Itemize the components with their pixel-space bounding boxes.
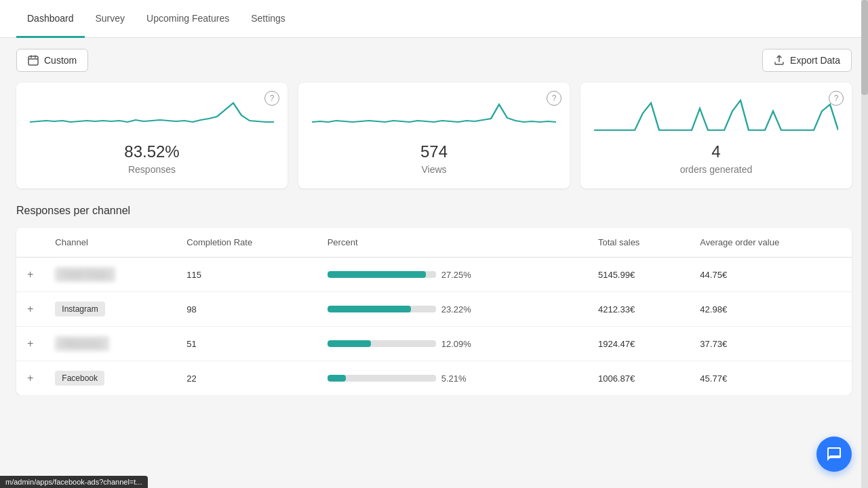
progress-bar-bg-3 <box>328 375 436 382</box>
table-header: Channel Completion Rate Percent Total sa… <box>16 228 852 258</box>
card-views-value: 574 <box>312 142 556 161</box>
cell-channel-2: Influenceur <box>44 327 176 361</box>
sparkline-views <box>312 96 556 137</box>
card-orders-label: orders generated <box>594 164 838 175</box>
col-avg-order: Average order value <box>689 228 852 258</box>
table-body: + Facile Tortue 115 27.25% 5145.99€ 44.7… <box>16 258 852 396</box>
channel-table: Channel Completion Rate Percent Total sa… <box>16 228 852 395</box>
table-row: + Instagram 98 23.22% 4212.33€ 42.98€ <box>16 292 852 327</box>
card-responses-value: 83.52% <box>30 142 274 161</box>
main-nav: Dashboard Survey Upcoming Features Setti… <box>0 0 868 38</box>
expand-button-0[interactable]: + <box>27 268 33 280</box>
channel-badge-2: Influenceur <box>55 336 108 351</box>
progress-bar-fill-1 <box>328 306 411 312</box>
progress-bar-bg-2 <box>328 340 436 347</box>
metric-cards: ? 83.52% Responses ? 574 Views ? 4 order <box>0 83 868 205</box>
cell-percent-1: 23.22% <box>317 292 587 327</box>
channel-badge-1: Instagram <box>55 302 104 317</box>
help-icon-orders[interactable]: ? <box>829 91 844 106</box>
help-icon-views[interactable]: ? <box>547 91 561 106</box>
percent-text-2: 12.09% <box>441 339 474 349</box>
col-channel: Channel <box>44 228 176 258</box>
section-title: Responses per channel <box>16 205 852 217</box>
card-orders-value: 4 <box>594 142 838 161</box>
responses-per-channel-section: Responses per channel Channel Completion… <box>0 205 868 395</box>
scrollbar-thumb[interactable] <box>861 0 868 95</box>
progress-bar-bg-1 <box>328 306 436 312</box>
calendar-icon <box>28 55 39 66</box>
progress-bar-fill-0 <box>328 271 427 278</box>
upload-icon <box>774 55 785 66</box>
percent-text-1: 23.22% <box>441 304 474 314</box>
channel-badge-3: Facebook <box>55 371 104 386</box>
col-completion-rate: Completion Rate <box>176 228 316 258</box>
percent-text-0: 27.25% <box>441 270 474 280</box>
sparkline-orders <box>594 96 838 137</box>
card-views: ? 574 Views <box>298 83 570 188</box>
cell-avg-order-2: 37.73€ <box>689 327 852 361</box>
percent-text-3: 5.21% <box>441 373 474 384</box>
progress-bar-fill-3 <box>328 375 346 382</box>
card-orders: ? 4 orders generated <box>580 83 852 188</box>
expand-button-1[interactable]: + <box>27 303 33 314</box>
col-expand <box>16 228 44 258</box>
toolbar: Custom Export Data <box>0 38 868 83</box>
cell-avg-order-3: 45.77€ <box>689 361 852 396</box>
cell-avg-order-0: 44.75€ <box>689 258 852 292</box>
expand-button-3[interactable]: + <box>27 372 33 384</box>
tab-dashboard[interactable]: Dashboard <box>16 0 85 38</box>
table-row: + Facile Tortue 115 27.25% 5145.99€ 44.7… <box>16 258 852 292</box>
col-total-sales: Total sales <box>587 228 689 258</box>
col-percent: Percent <box>317 228 587 258</box>
table-row: + Influenceur 51 12.09% 1924.47€ 37.73€ <box>16 327 852 361</box>
tab-settings[interactable]: Settings <box>240 0 296 38</box>
table-row: + Facebook 22 5.21% 1006.87€ 45.77€ <box>16 361 852 396</box>
scrollbar[interactable] <box>861 0 868 395</box>
cell-total-sales-1: 4212.33€ <box>587 292 689 327</box>
cell-completion-3: 22 <box>176 361 316 396</box>
help-icon-responses[interactable]: ? <box>264 91 279 106</box>
export-label: Export Data <box>790 55 840 66</box>
svg-rect-0 <box>28 56 38 65</box>
cell-channel-0: Facile Tortue <box>44 258 176 292</box>
custom-label: Custom <box>44 55 77 66</box>
card-views-label: Views <box>312 164 556 175</box>
progress-bar-fill-2 <box>328 340 371 347</box>
cell-avg-order-1: 42.98€ <box>689 292 852 327</box>
tab-survey[interactable]: Survey <box>85 0 136 38</box>
tab-upcoming-features[interactable]: Upcoming Features <box>136 0 240 38</box>
card-responses-label: Responses <box>30 164 274 175</box>
cell-channel-1: Instagram <box>44 292 176 327</box>
sparkline-responses <box>30 96 274 137</box>
expand-button-2[interactable]: + <box>27 338 33 349</box>
cell-completion-0: 115 <box>176 258 316 292</box>
cell-total-sales-2: 1924.47€ <box>587 327 689 361</box>
custom-button[interactable]: Custom <box>16 49 88 72</box>
cell-total-sales-0: 5145.99€ <box>587 258 689 292</box>
cell-percent-0: 27.25% <box>317 258 587 292</box>
export-data-button[interactable]: Export Data <box>762 49 852 72</box>
cell-total-sales-3: 1006.87€ <box>587 361 689 396</box>
cell-channel-3: Facebook <box>44 361 176 396</box>
cell-percent-2: 12.09% <box>317 327 587 361</box>
channel-badge-0: Facile Tortue <box>55 267 115 282</box>
cell-completion-1: 98 <box>176 292 316 327</box>
card-responses: ? 83.52% Responses <box>16 83 288 188</box>
progress-bar-bg-0 <box>328 271 436 278</box>
cell-percent-3: 5.21% <box>317 361 587 396</box>
cell-completion-2: 51 <box>176 327 316 361</box>
